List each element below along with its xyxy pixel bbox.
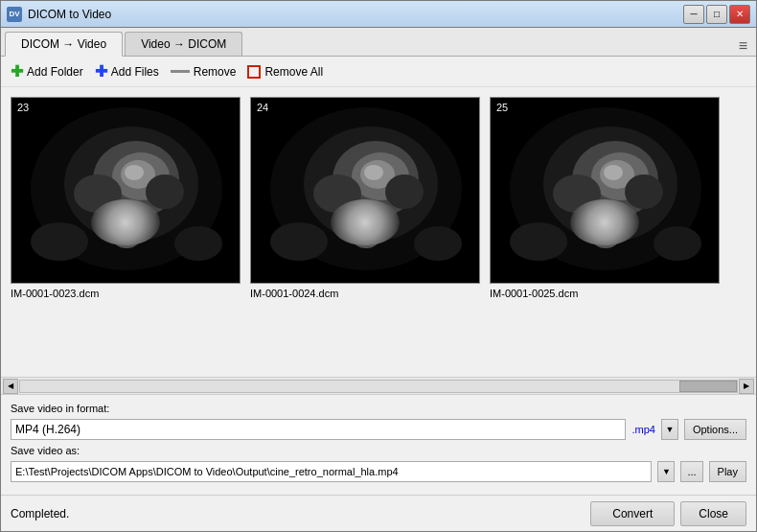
mri-image-1 xyxy=(11,98,240,283)
svg-point-19 xyxy=(364,165,383,180)
mri-image-3 xyxy=(491,98,719,283)
svg-point-25 xyxy=(414,226,462,261)
tab-video-to-dicom[interactable]: Video → DICOM xyxy=(125,32,242,56)
format-dropdown-button[interactable]: ▼ xyxy=(661,419,678,440)
output-label: Save video as: xyxy=(11,445,116,456)
window-controls: ─ □ ✕ xyxy=(683,5,750,24)
svg-point-34 xyxy=(625,174,663,209)
format-input[interactable] xyxy=(11,419,626,440)
tab-dicom-to-video[interactable]: DICOM → Video xyxy=(5,32,123,57)
remove-button[interactable]: Remove xyxy=(171,65,237,79)
svg-point-8 xyxy=(146,174,184,209)
svg-point-36 xyxy=(598,234,613,245)
scroll-thumb[interactable] xyxy=(679,381,737,392)
svg-point-9 xyxy=(112,225,141,248)
scroll-left-button[interactable]: ◀ xyxy=(3,379,18,394)
add-folder-icon: ✚ xyxy=(11,62,23,81)
main-window: DV DICOM to Video ─ □ ✕ DICOM → Video Vi… xyxy=(0,0,757,532)
thumbnail-item-3: 25 xyxy=(490,97,720,299)
thumbnail-number-1: 23 xyxy=(17,102,29,113)
remove-all-icon xyxy=(247,65,261,79)
thumbnail-container-1[interactable]: 23 xyxy=(11,97,241,284)
svg-point-6 xyxy=(125,165,144,180)
svg-point-32 xyxy=(604,165,623,180)
thumbnail-container-2[interactable]: 24 xyxy=(250,97,480,284)
svg-point-12 xyxy=(174,226,222,261)
scroll-track[interactable] xyxy=(19,380,738,393)
app-icon: DV xyxy=(7,7,22,22)
tab-bar: DICOM → Video Video → DICOM ≡ xyxy=(1,28,756,57)
convert-button[interactable]: Convert xyxy=(590,501,675,526)
thumbnails-area: 23 xyxy=(1,87,756,377)
thumbnail-label-2: IM-0001-0024.dcm xyxy=(250,288,338,299)
browse-button[interactable]: ... xyxy=(680,461,702,482)
play-button[interactable]: Play xyxy=(709,461,746,482)
svg-point-23 xyxy=(358,234,374,245)
thumbnail-label-1: IM-0001-0023.dcm xyxy=(11,288,99,299)
svg-point-33 xyxy=(553,174,601,213)
format-label: Save video in format: xyxy=(11,403,116,414)
thumbnail-container-3[interactable]: 25 xyxy=(490,97,720,284)
svg-point-35 xyxy=(591,225,620,248)
svg-point-10 xyxy=(119,234,134,245)
thumbnail-item: 23 xyxy=(11,97,241,299)
output-controls-row: ▼ ... Play xyxy=(11,461,746,482)
status-bar: Completed. Convert Close xyxy=(1,495,756,531)
thumbnail-number-2: 24 xyxy=(257,102,268,113)
status-buttons: Convert Close xyxy=(590,501,746,526)
thumbnail-item-2: 24 xyxy=(250,97,480,299)
thumbnail-label-3: IM-0001-0025.dcm xyxy=(490,288,578,299)
remove-all-button[interactable]: Remove All xyxy=(247,65,323,79)
menu-icon[interactable]: ≡ xyxy=(739,36,748,54)
status-text: Completed. xyxy=(11,507,69,520)
svg-point-21 xyxy=(385,174,424,209)
options-button[interactable]: Options... xyxy=(684,419,746,440)
content-area: 23 xyxy=(1,87,756,495)
add-files-button[interactable]: ✚ Add Files xyxy=(95,62,159,81)
mri-image-2 xyxy=(251,98,479,283)
svg-point-24 xyxy=(270,222,328,261)
output-label-row: Save video as: xyxy=(11,445,746,456)
close-window-button[interactable]: ✕ xyxy=(729,5,750,24)
add-folder-button[interactable]: ✚ Add Folder xyxy=(11,62,83,81)
scroll-right-button[interactable]: ▶ xyxy=(739,379,754,394)
thumbnail-number-3: 25 xyxy=(496,102,508,113)
horizontal-scrollbar: ◀ ▶ xyxy=(1,377,756,394)
remove-icon xyxy=(171,70,190,73)
format-row: Save video in format: xyxy=(11,403,746,414)
format-controls-row: .mp4 ▼ Options... xyxy=(11,419,746,440)
minimize-button[interactable]: ─ xyxy=(683,5,704,24)
window-title: DICOM to Video xyxy=(28,8,683,21)
svg-point-11 xyxy=(31,222,88,261)
svg-point-20 xyxy=(313,174,361,213)
svg-point-7 xyxy=(74,174,122,213)
ext-label: .mp4 xyxy=(631,424,654,435)
add-files-icon: ✚ xyxy=(95,62,107,81)
title-bar: DV DICOM to Video ─ □ ✕ xyxy=(1,1,756,28)
close-button[interactable]: Close xyxy=(680,501,746,526)
path-dropdown-button[interactable]: ▼ xyxy=(657,461,675,482)
maximize-button[interactable]: □ xyxy=(706,5,727,24)
toolbar: ✚ Add Folder ✚ Add Files Remove Remove A… xyxy=(1,57,756,87)
options-area: Save video in format: .mp4 ▼ Options... … xyxy=(1,394,756,495)
svg-point-37 xyxy=(510,222,567,261)
output-path-input[interactable] xyxy=(11,461,652,482)
svg-point-22 xyxy=(352,225,380,248)
svg-point-38 xyxy=(654,226,701,261)
